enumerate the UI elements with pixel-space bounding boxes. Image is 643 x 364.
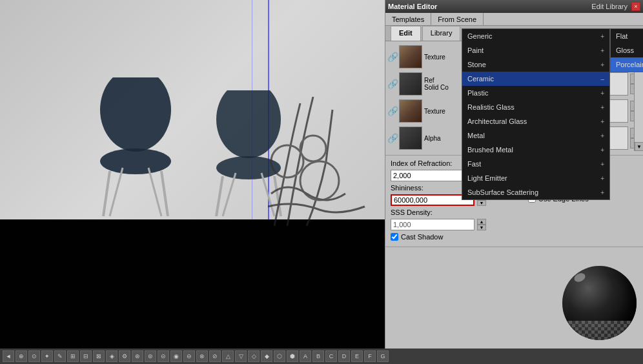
toolbar-icon-9[interactable]: ◈ <box>106 350 117 362</box>
texture-thumb-3 <box>399 99 422 123</box>
cast-shadow-row: Cast Shadow <box>391 233 523 241</box>
toolbar-icon-13[interactable]: ⊝ <box>158 350 169 362</box>
toolbar-icon-14[interactable]: ◉ <box>170 350 182 362</box>
toolbar-icon-2[interactable]: ⊕ <box>15 350 27 362</box>
sss-spinner: ▲ ▼ <box>477 219 486 230</box>
shininess-label: Shininess: <box>391 184 468 192</box>
dd-brushed-metal[interactable]: Brushed Metal+ <box>462 143 609 157</box>
bottom-toolbar: ◄ ⊕ ⊙ ✦ ✎ ⊞ ⊟ ⊠ ◈ ⚙ ⊛ ⊜ ⊝ ◉ ⊖ ⊗ ⊘ △ ▽ ◇ … <box>0 349 643 364</box>
dd-metal[interactable]: Metal+ <box>462 128 609 143</box>
ior-label: Index of Refraction: <box>391 159 468 167</box>
tab-templates[interactable]: Templates <box>385 13 431 25</box>
shininess-down[interactable]: ▼ <box>477 200 486 206</box>
tab-library[interactable]: Library <box>422 26 461 41</box>
scene-viewport <box>0 0 385 349</box>
toolbar-icon-24[interactable]: A <box>300 350 311 362</box>
toolbar-icon-8[interactable]: ⊠ <box>93 350 105 362</box>
toolbar-icon-6[interactable]: ⊞ <box>67 350 79 362</box>
chain-icon-4: 🔗 <box>388 133 397 143</box>
toolbar-icon-22[interactable]: ⬡ <box>274 350 285 362</box>
svg-point-0 <box>100 77 171 152</box>
chain-icon-3: 🔗 <box>388 106 397 116</box>
toolbar-icon-1[interactable]: ◄ <box>3 350 14 362</box>
toolbar-icon-25[interactable]: B <box>312 350 324 362</box>
dd-light-emitter[interactable]: Light Emitter+ <box>462 171 609 185</box>
svg-line-10 <box>223 173 236 216</box>
toolbar-icon-10[interactable]: ⚙ <box>119 350 130 362</box>
svg-point-1 <box>100 148 171 174</box>
cast-shadow-checkbox[interactable] <box>391 233 398 241</box>
dd-fast[interactable]: Fast+ <box>462 157 609 171</box>
toolbar-icon-12[interactable]: ⊜ <box>145 350 156 362</box>
toolbar-icon-15[interactable]: ⊖ <box>183 350 195 362</box>
sss-label-row: SSS Density: <box>391 208 523 216</box>
top-tab-bar: Templates From Scene <box>385 13 643 26</box>
dd-subsurface[interactable]: SubSurface Scattering+ <box>462 185 609 199</box>
svg-line-8 <box>216 176 223 216</box>
sss-up[interactable]: ▲ <box>477 219 486 225</box>
svg-line-3 <box>161 171 168 216</box>
preview-sphere-area <box>560 261 638 345</box>
toolbar-icon-21[interactable]: ◆ <box>261 350 272 362</box>
toolbar-icon-7[interactable]: ⊟ <box>80 350 92 362</box>
toolbar-icon-27[interactable]: D <box>338 350 350 362</box>
sphere-checker <box>562 321 637 340</box>
ceramic-submenu[interactable]: Flat Gloss Porcelain <box>610 28 643 72</box>
material-editor-panel: Material Editor Edit Library × Templates… <box>385 0 643 364</box>
tab-from-scene[interactable]: From Scene <box>431 13 484 25</box>
texture-thumb-4 <box>399 126 422 150</box>
toolbar-icon-26[interactable]: C <box>325 350 337 362</box>
dd-plastic[interactable]: Plastic+ <box>462 86 609 100</box>
dd-arch-glass[interactable]: Architectural Glass+ <box>462 114 609 128</box>
texture-thumb-2 <box>399 72 422 96</box>
cast-shadow-label: Cast Shadow <box>401 233 443 241</box>
svg-line-5 <box>148 168 161 216</box>
sphere-highlight <box>573 271 586 283</box>
chain-icon-2: 🔗 <box>388 79 397 89</box>
sub-porcelain[interactable]: Porcelain <box>611 57 643 72</box>
dd-stone[interactable]: Stone+ <box>462 57 609 72</box>
svg-line-2 <box>103 171 110 216</box>
dd-realistic-glass[interactable]: Realistic Glass+ <box>462 100 609 114</box>
toolbar-icon-4[interactable]: ✦ <box>41 350 53 362</box>
material-editor-titlebar: Material Editor Edit Library × <box>385 0 643 13</box>
dd-ceramic[interactable]: Ceramic– <box>462 72 609 86</box>
svg-point-13 <box>300 136 326 161</box>
sss-input[interactable] <box>391 219 475 230</box>
toolbar-icon-11[interactable]: ⊛ <box>132 350 143 362</box>
sss-down[interactable]: ▼ <box>477 225 486 230</box>
toolbar-icon-30[interactable]: G <box>377 350 389 362</box>
toolbar-icon-17[interactable]: ⊘ <box>209 350 221 362</box>
toolbar-icon-19[interactable]: ▽ <box>235 350 247 362</box>
toolbar-icon-29[interactable]: F <box>364 350 376 362</box>
sphere-visual <box>562 266 637 340</box>
material-dropdown[interactable]: Generic+ Paint+ Stone+ Ceramic– Plastic+… <box>462 28 610 200</box>
toolbar-icon-20[interactable]: ◇ <box>248 350 260 362</box>
chain-icon-1: 🔗 <box>388 52 397 62</box>
dd-generic[interactable]: Generic+ <box>462 29 609 43</box>
svg-line-4 <box>110 168 123 216</box>
toolbar-icon-28[interactable]: E <box>351 350 363 362</box>
sss-label: SSS Density: <box>391 208 468 216</box>
tab-edit[interactable]: Edit <box>391 26 421 41</box>
toolbar-icon-5[interactable]: ✎ <box>54 350 66 362</box>
toolbar-icon-3[interactable]: ⊙ <box>28 350 40 362</box>
sub-flat[interactable]: Flat <box>611 29 643 43</box>
scroll-down[interactable]: ▼ <box>635 142 643 151</box>
sub-gloss[interactable]: Gloss <box>611 43 643 57</box>
sss-value-row: ▲ ▼ <box>391 219 523 230</box>
toolbar-icon-16[interactable]: ⊗ <box>196 350 208 362</box>
texture-thumb-1 <box>399 45 422 68</box>
close-button[interactable]: × <box>631 2 640 11</box>
edit-library-label: Edit Library <box>591 3 628 10</box>
toolbar-icon-18[interactable]: △ <box>222 350 234 362</box>
dd-paint[interactable]: Paint+ <box>462 43 609 57</box>
toolbar-icon-23[interactable]: ⬢ <box>287 350 298 362</box>
material-editor-title: Material Editor <box>388 3 437 10</box>
